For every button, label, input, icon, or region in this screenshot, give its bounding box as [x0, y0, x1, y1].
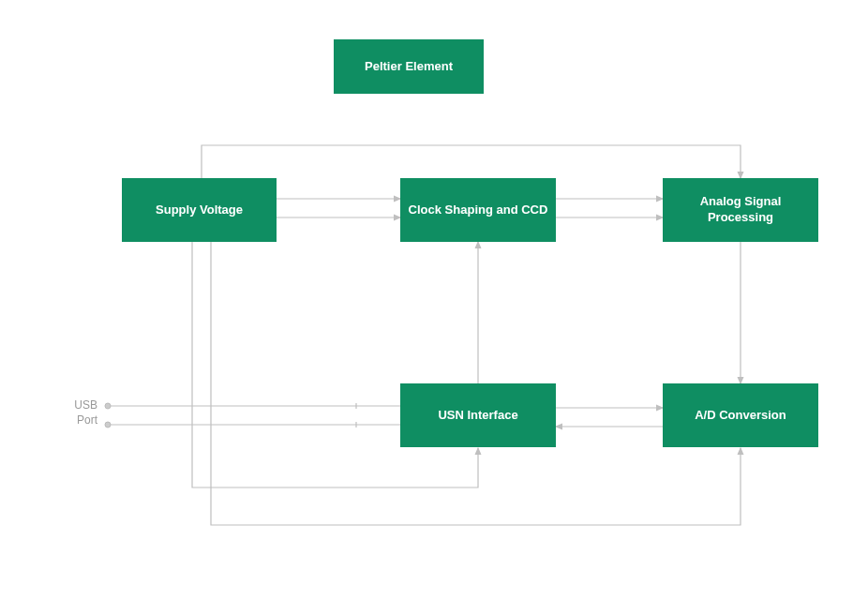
block-ad-conversion-label: A/D Conversion: [695, 408, 786, 424]
block-supply-voltage: Supply Voltage: [122, 178, 277, 242]
conn-supply-to-usn-bottom: [192, 242, 478, 488]
block-analog-signal: Analog Signal Processing: [663, 178, 818, 242]
block-ad-conversion: A/D Conversion: [663, 383, 818, 447]
block-usn-interface-label: USN Interface: [438, 408, 517, 424]
diagram-canvas: Peltier Element Supply Voltage Clock Sha…: [0, 0, 868, 615]
block-clock-shaping: Clock Shaping and CCD: [400, 178, 556, 242]
conn-supply-to-analog-top: [202, 145, 741, 178]
usb-dot-2: [105, 422, 111, 428]
label-port: Port: [77, 413, 97, 427]
block-supply-voltage-label: Supply Voltage: [156, 202, 243, 218]
block-peltier: Peltier Element: [334, 39, 484, 94]
block-peltier-label: Peltier Element: [365, 59, 453, 75]
label-usb-port: USB Port: [66, 398, 97, 428]
block-usn-interface: USN Interface: [400, 383, 556, 447]
usb-dot-1: [105, 403, 111, 409]
label-usb: USB: [74, 398, 97, 412]
block-analog-signal-label: Analog Signal Processing: [670, 194, 811, 226]
block-clock-shaping-label: Clock Shaping and CCD: [409, 202, 548, 218]
